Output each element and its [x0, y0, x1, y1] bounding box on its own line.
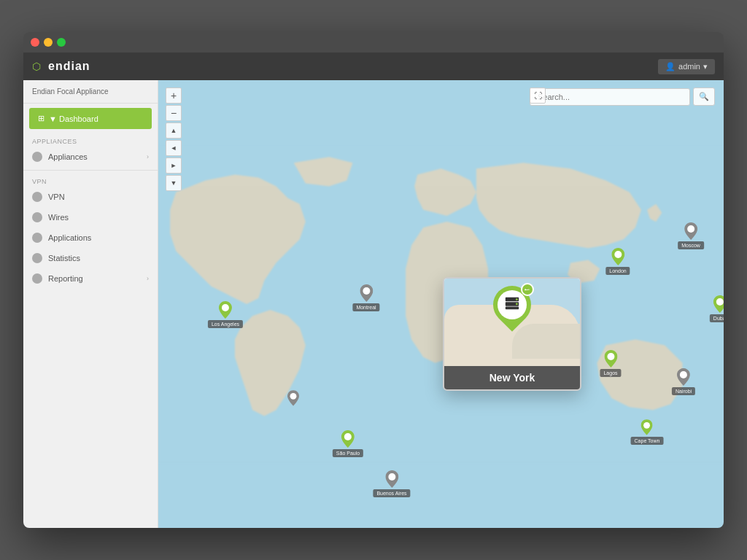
svg-point-1: [614, 251, 622, 258]
svg-point-18: [516, 298, 518, 300]
world-map-svg: [158, 80, 724, 528]
titlebar: [23, 32, 724, 52]
search-input[interactable]: [530, 88, 690, 106]
applications-icon: [32, 233, 42, 243]
reporting-label: Reporting: [48, 274, 83, 283]
pan-up-button[interactable]: ▲: [166, 122, 182, 139]
expand-map-button[interactable]: ⛶: [530, 88, 546, 104]
pin-label: Los Angeles: [208, 320, 243, 328]
logo-text: endian: [48, 60, 90, 73]
svg-point-19: [516, 303, 518, 305]
svg-point-8: [680, 371, 687, 378]
pin-label: Montreal: [352, 303, 379, 311]
new-york-popup[interactable]: ✓ New York: [443, 277, 581, 391]
sidebar-item-vpn[interactable]: VPN: [23, 187, 158, 207]
appliances-label: Appliances: [48, 152, 88, 161]
pin-label: Nairobi: [672, 387, 695, 395]
pin-la[interactable]: Los Angeles: [208, 301, 243, 328]
sidebar: Endian Focal Appliance ⊞ ▼ Dashboard App…: [23, 80, 158, 528]
statistics-label: Statistics: [48, 254, 80, 262]
pin-label: Cape Town: [631, 437, 664, 445]
svg-rect-17: [506, 306, 519, 309]
zoom-in-button[interactable]: +: [166, 88, 182, 104]
vpn-icon: [32, 192, 42, 202]
sidebar-item-statistics[interactable]: Statistics: [23, 248, 158, 268]
dashboard-label: ▼ Dashboard: [49, 114, 98, 123]
vpn-label: VPN: [48, 192, 65, 201]
map-land-2: [512, 324, 580, 359]
statistics-icon: [32, 253, 42, 263]
sidebar-item-wires[interactable]: Wires: [23, 207, 158, 228]
pin-capetown[interactable]: Cape Town: [631, 419, 664, 445]
topbar-right: 👤 admin ▾: [658, 59, 715, 74]
search-button[interactable]: 🔍: [693, 88, 715, 106]
server-icon: [504, 295, 520, 315]
applications-label: Applications: [48, 233, 91, 242]
topbar: ⬡ endian 👤 admin ▾: [23, 52, 724, 80]
sidebar-item-appliances[interactable]: Appliances ›: [23, 147, 158, 167]
pin-london[interactable]: London: [605, 248, 630, 275]
svg-point-10: [344, 433, 352, 440]
pin-mexico[interactable]: [287, 390, 299, 406]
pin-label: Buenos Aires: [373, 489, 410, 497]
sidebar-item-reporting[interactable]: Reporting ›: [23, 268, 158, 289]
pan-right-button[interactable]: ►: [166, 158, 182, 174]
pin-label: São Paulo: [333, 449, 363, 457]
svg-point-3: [716, 298, 724, 306]
svg-point-12: [290, 393, 297, 400]
maximize-dot[interactable]: [57, 38, 66, 47]
pin-buenos-aires[interactable]: Buenos Aires: [373, 470, 410, 497]
logo-icon: ⬡: [32, 61, 41, 72]
divider: [23, 170, 158, 171]
zoom-out-button[interactable]: −: [166, 105, 182, 121]
sidebar-section-vpn: VPN: [23, 174, 158, 187]
main-area: Endian Focal Appliance ⊞ ▼ Dashboard App…: [23, 80, 724, 528]
search-bar: 🔍: [530, 88, 715, 106]
map-area[interactable]: + − ▲ ◄ ► ▼ 🔍 ⛶ London: [158, 80, 724, 528]
user-label: admin: [678, 62, 700, 71]
user-menu-button[interactable]: 👤 admin ▾: [658, 59, 715, 74]
svg-point-2: [687, 225, 694, 233]
svg-point-14: [222, 304, 229, 311]
popup-map-thumbnail: ✓: [444, 279, 580, 366]
pin-moscow[interactable]: Moscow: [678, 222, 704, 249]
pin-brazil[interactable]: São Paulo: [333, 430, 363, 457]
close-dot[interactable]: [31, 38, 39, 47]
popup-city-label: New York: [444, 366, 580, 389]
dashboard-icon: ⊞: [38, 114, 44, 123]
pin-nairobi[interactable]: Nairobi: [672, 368, 695, 395]
pin-label: London: [605, 267, 630, 275]
pin-label: Dubai: [710, 314, 724, 322]
wires-icon: [32, 212, 42, 222]
pin-inner: [498, 290, 527, 319]
pin-montreal[interactable]: Montreal: [352, 284, 379, 311]
sidebar-brand: Endian Focal Appliance: [23, 80, 158, 104]
pan-left-button[interactable]: ◄: [166, 140, 182, 156]
pin-dubai[interactable]: Dubai: [710, 295, 724, 322]
sidebar-section-label: Appliances: [23, 133, 158, 147]
appliances-icon: [32, 152, 42, 162]
svg-point-9: [363, 287, 370, 295]
svg-point-13: [644, 422, 651, 429]
user-icon: 👤: [665, 62, 676, 71]
dashboard-active-btn[interactable]: ⊞ ▼ Dashboard: [29, 108, 152, 129]
app-chrome: ⬡ endian 👤 admin ▾ Endian Focal Applianc…: [23, 52, 724, 528]
app-window: ⬡ endian 👤 admin ▾ Endian Focal Applianc…: [23, 32, 724, 528]
reporting-icon: [32, 273, 42, 284]
pin-label: Moscow: [678, 241, 704, 249]
pan-down-button[interactable]: ▼: [166, 175, 182, 191]
dropdown-icon: ▾: [703, 62, 708, 71]
map-controls: + − ▲ ◄ ► ▼: [166, 88, 182, 191]
minimize-dot[interactable]: [44, 38, 53, 47]
chevron-icon: ›: [147, 153, 149, 160]
svg-point-11: [388, 473, 395, 481]
pin-lagos[interactable]: Lagos: [600, 350, 621, 377]
pin-label: Lagos: [600, 369, 621, 377]
wires-label: Wires: [48, 213, 69, 222]
reporting-chevron-icon: ›: [147, 275, 149, 282]
svg-point-7: [607, 353, 614, 360]
popup-pin: ✓: [493, 286, 531, 324]
sidebar-item-applications[interactable]: Applications: [23, 228, 158, 248]
